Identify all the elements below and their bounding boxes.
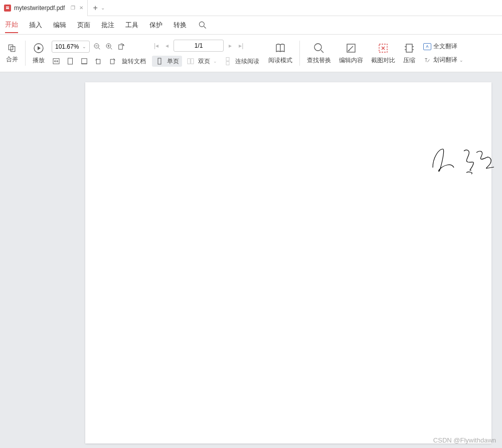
svg-rect-23 [188, 59, 190, 64]
chevron-down-icon: ⌄ [459, 58, 463, 63]
edit-content-button[interactable]: 编辑内容 [335, 39, 367, 68]
menu-page[interactable]: 页面 [77, 18, 90, 33]
svg-rect-18 [82, 59, 87, 64]
svg-point-28 [314, 44, 321, 51]
zoom-out-icon[interactable] [93, 42, 102, 51]
double-page-icon [186, 57, 195, 66]
svg-marker-5 [38, 46, 41, 50]
double-page-button[interactable]: 双页 ⌄ [184, 56, 219, 67]
svg-rect-24 [191, 59, 194, 64]
tab-close-icon[interactable]: ✕ [79, 5, 83, 11]
tab-title: mytestwriterpdf.pdf [14, 5, 65, 12]
magnify-icon [313, 42, 325, 54]
translate-word-icon [423, 57, 431, 64]
svg-line-31 [349, 46, 353, 50]
separator [25, 41, 26, 66]
svg-rect-13 [119, 45, 123, 49]
edit-icon [345, 42, 357, 54]
zoom-value[interactable] [55, 43, 80, 50]
prev-page-icon[interactable]: ◂ [163, 42, 171, 49]
first-page-icon[interactable]: |◂ [152, 42, 160, 49]
play-button[interactable]: 播放 [29, 39, 49, 68]
fit-width-icon[interactable] [52, 57, 61, 66]
compress-button[interactable]: 压缩 [399, 39, 419, 68]
search-icon[interactable] [198, 20, 208, 30]
book-icon [274, 42, 286, 54]
reading-mode-button[interactable]: 阅读模式 [264, 39, 296, 68]
document-viewport[interactable] [0, 72, 502, 448]
rotate-right-icon[interactable] [108, 57, 117, 66]
single-page-icon [155, 57, 164, 66]
menu-edit[interactable]: 编辑 [53, 18, 66, 33]
new-tab-area: + ⌄ [88, 4, 109, 13]
last-page-icon[interactable]: ▸| [237, 42, 245, 49]
rotate-left-icon[interactable] [94, 57, 103, 66]
single-page-button[interactable]: 单页 [152, 56, 182, 67]
full-translate-button[interactable]: A 全文翻译 [423, 42, 463, 51]
screenshot-icon [377, 42, 389, 54]
menu-tools[interactable]: 工具 [125, 18, 138, 33]
svg-rect-25 [226, 58, 229, 61]
svg-rect-35 [406, 44, 412, 52]
merge-button[interactable]: 合并 [2, 40, 22, 67]
separator [299, 41, 300, 66]
document-tab[interactable]: mytestwriterpdf.pdf ❐ ✕ [0, 0, 88, 16]
new-tab-dropdown-icon[interactable]: ⌄ [101, 5, 105, 11]
pdf-file-icon [4, 5, 11, 12]
menu-start[interactable]: 开始 [5, 17, 18, 33]
screenshot-compare-button[interactable]: 截图对比 [367, 39, 399, 68]
menu-bar: 开始 插入 编辑 页面 批注 工具 保护 转换 [0, 16, 502, 34]
svg-rect-21 [110, 59, 114, 64]
menu-insert[interactable]: 插入 [29, 18, 42, 33]
actual-size-icon[interactable] [80, 57, 89, 66]
merge-icon [7, 43, 17, 53]
word-translate-button[interactable]: 划词翻译 ⌄ [423, 56, 463, 64]
signature-drawing [429, 145, 494, 180]
continuous-icon [223, 57, 232, 66]
zoom-in-icon[interactable] [105, 42, 114, 51]
svg-rect-26 [226, 62, 229, 65]
menu-protect[interactable]: 保护 [149, 18, 162, 33]
next-page-icon[interactable]: ▸ [227, 42, 234, 49]
svg-rect-20 [96, 59, 100, 64]
watermark-text: CSDN @Flywithdawn [433, 436, 496, 444]
svg-line-29 [321, 50, 323, 53]
find-replace-button[interactable]: 查找替换 [303, 39, 335, 68]
new-tab-button[interactable]: + [93, 4, 97, 13]
pdf-page [85, 82, 491, 443]
page-number-input[interactable] [174, 40, 224, 52]
svg-rect-22 [158, 58, 161, 64]
play-icon [33, 42, 45, 54]
title-bar: mytestwriterpdf.pdf ❐ ✕ + ⌄ [0, 0, 502, 16]
translate-full-icon: A [423, 43, 431, 50]
menu-annotate[interactable]: 批注 [101, 18, 114, 33]
rotate-doc-label[interactable]: 旋转文档 [122, 57, 146, 66]
svg-line-1 [204, 27, 206, 29]
chevron-down-icon[interactable]: ⌄ [82, 44, 86, 49]
chevron-down-icon: ⌄ [213, 59, 217, 64]
svg-line-12 [110, 48, 112, 49]
toolbar: 合并 播放 ⌄ 旋转文档 |◂ ◂ ▸ [0, 34, 502, 72]
svg-line-8 [98, 48, 100, 49]
rotate-view-icon[interactable] [117, 42, 126, 51]
svg-rect-17 [68, 58, 73, 64]
compress-icon [403, 42, 415, 54]
zoom-level-input[interactable]: ⌄ [52, 41, 90, 53]
svg-point-0 [199, 22, 204, 27]
continuous-read-button[interactable]: 连续阅读 [221, 56, 261, 67]
tab-popout-icon[interactable]: ❐ [71, 5, 75, 11]
menu-convert[interactable]: 转换 [174, 18, 187, 33]
fit-page-icon[interactable] [66, 57, 75, 66]
